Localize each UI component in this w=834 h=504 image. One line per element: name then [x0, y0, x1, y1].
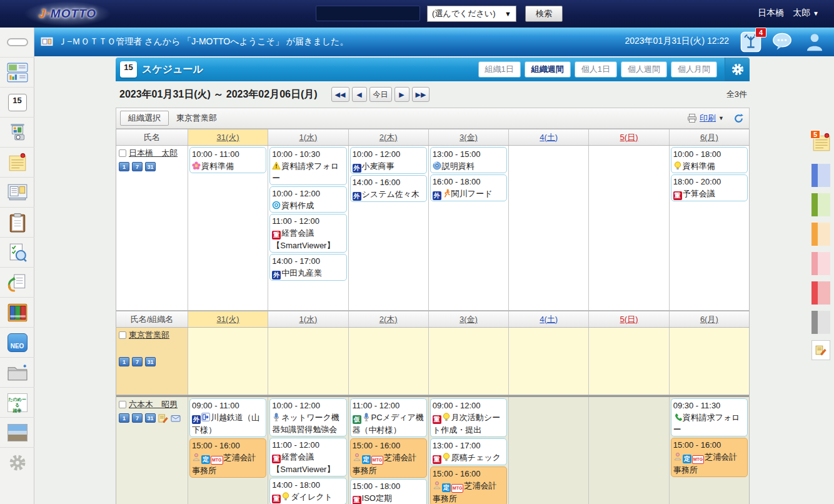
- member-name-link[interactable]: 日本橋 太郎: [129, 148, 178, 158]
- month-calendar-icon[interactable]: 31: [145, 357, 156, 366]
- first-week-button[interactable]: ◀◀: [331, 87, 349, 102]
- org-select-button[interactable]: 組織選択: [120, 111, 169, 126]
- day-header-link[interactable]: 2(木): [379, 132, 398, 143]
- user-menu[interactable]: 日本橋 太郎 ▼: [758, 8, 819, 19]
- day-calendar-icon[interactable]: 1: [119, 357, 129, 366]
- day-cell[interactable]: 13:00 - 15:00説明資料16:00 - 18:00外関川フード: [429, 146, 509, 310]
- member-name-link[interactable]: 六本木 昭男: [129, 400, 178, 409]
- day-cell[interactable]: [589, 397, 669, 504]
- view-org-day-button[interactable]: 組織1日: [478, 61, 521, 78]
- day-cell[interactable]: [509, 397, 589, 504]
- event-card[interactable]: 15:00 - 16:00定MTG芝浦会計事務所: [430, 466, 507, 504]
- day-calendar-icon[interactable]: 1: [119, 413, 129, 423]
- day-cell[interactable]: [188, 328, 268, 395]
- event-card[interactable]: 11:00 - 12:00仮PCメディア機器（中村様）: [350, 398, 427, 437]
- sidebar-item-portal[interactable]: [0, 58, 34, 88]
- member-checkbox[interactable]: [119, 149, 126, 157]
- event-card[interactable]: 10:00 - 18:00資料準備: [671, 147, 748, 173]
- day-header-link[interactable]: 6(月): [700, 314, 718, 325]
- label-green[interactable]: [811, 193, 830, 216]
- event-card[interactable]: 10:00 - 11:00資料準備: [189, 147, 266, 173]
- label-gray[interactable]: [811, 311, 830, 334]
- sidebar-item-neo[interactable]: NEO: [0, 328, 34, 358]
- month-calendar-icon[interactable]: 31: [145, 413, 156, 423]
- day-cell[interactable]: 09:00 - 11:00外川越鉄道（山下様）15:00 - 16:00定MTG…: [188, 397, 268, 504]
- event-card[interactable]: 15:00 - 16:00定MTG芝浦会計事務所: [189, 438, 266, 478]
- day-cell[interactable]: 10:00 - 12:00ネットワーク機器知識習得勉強会11:00 - 12:0…: [268, 397, 348, 504]
- day-cell[interactable]: [589, 146, 669, 310]
- view-org-week-button[interactable]: 組織週間: [525, 61, 571, 78]
- event-card[interactable]: 14:00 - 18:00重ダイレクト: [269, 478, 346, 504]
- sidebar-item-photo-service[interactable]: [0, 418, 34, 448]
- presence-user-icon[interactable]: [804, 31, 825, 53]
- day-header-link[interactable]: 3(金): [460, 132, 478, 143]
- label-orange[interactable]: [811, 223, 830, 246]
- sidebar-item-schedule[interactable]: 15: [0, 88, 34, 118]
- day-header-link[interactable]: 6(月): [700, 132, 718, 143]
- day-header-link[interactable]: 31(火): [217, 314, 239, 325]
- day-header-link[interactable]: 5(日): [620, 132, 638, 143]
- jmotto-logo[interactable]: J·MOTTO: [24, 1, 111, 26]
- member-name-link[interactable]: 東京営業部: [129, 330, 169, 340]
- mail-icon[interactable]: [171, 413, 181, 423]
- day-cell[interactable]: [509, 146, 589, 310]
- notification-message[interactable]: Ｊ−ＭＯＴＴＯ管理者 さんから 「J-MOTTOへようこそ」 が届きました。: [58, 36, 348, 48]
- week-calendar-icon[interactable]: 7: [132, 162, 143, 171]
- day-header-link[interactable]: 1(水): [299, 314, 317, 325]
- sidebar-item-document-management[interactable]: [0, 298, 34, 328]
- next-week-button[interactable]: ▶: [394, 87, 409, 102]
- event-card[interactable]: 15:00 - 16:00定MTG芝浦会計事務所: [350, 438, 427, 478]
- print-link[interactable]: 印刷: [700, 113, 716, 124]
- sidebar-item-bulletin-board[interactable]: [0, 178, 34, 208]
- schedule-settings-button[interactable]: [725, 58, 750, 81]
- event-card[interactable]: 13:00 - 15:00説明資料: [430, 147, 507, 173]
- day-cell[interactable]: [268, 328, 348, 395]
- event-card[interactable]: 10:00 - 10:30資料請求フォロー: [269, 147, 346, 185]
- day-header-link[interactable]: 4(土): [540, 132, 558, 143]
- event-card[interactable]: 11:00 - 12:00重経営会議【SmartViewer】: [269, 214, 346, 253]
- sidebar-item-settings[interactable]: [0, 448, 34, 478]
- member-checkbox[interactable]: [119, 331, 126, 339]
- day-header-link[interactable]: 3(金): [460, 314, 478, 325]
- search-scope-select[interactable]: (選んでください) ▼: [427, 6, 516, 22]
- day-cell[interactable]: 10:00 - 10:30資料請求フォロー10:00 - 12:00資料作成11…: [268, 146, 348, 310]
- view-personal-month-button[interactable]: 個人月間: [671, 61, 717, 78]
- event-card[interactable]: 10:00 - 12:00資料作成: [269, 186, 346, 213]
- sidebar-collapse-button[interactable]: [0, 28, 34, 58]
- event-card[interactable]: 09:00 - 11:00外川越鉄道（山下様）: [189, 398, 266, 437]
- month-calendar-icon[interactable]: 31: [145, 162, 156, 171]
- day-calendar-icon[interactable]: 1: [119, 162, 129, 171]
- event-card[interactable]: 13:00 - 17:00重原稿チェック: [430, 438, 507, 465]
- day-cell[interactable]: [589, 328, 669, 395]
- day-cell[interactable]: 10:00 - 18:00資料準備18:00 - 20:00重予算会議: [670, 146, 749, 310]
- infocast-icon[interactable]: 4: [740, 31, 761, 53]
- rail-memo-button[interactable]: 5: [811, 133, 831, 158]
- prev-week-button[interactable]: ◀: [352, 87, 367, 102]
- event-card[interactable]: 14:00 - 16:00外システム佐々木: [350, 175, 427, 202]
- day-cell[interactable]: [670, 328, 749, 395]
- view-personal-week-button[interactable]: 個人週間: [621, 61, 667, 78]
- global-search-input[interactable]: [316, 6, 420, 21]
- event-card[interactable]: 09:30 - 11:30資料請求フォロー: [671, 398, 748, 436]
- sidebar-item-document[interactable]: [0, 208, 34, 238]
- sidebar-item-survey[interactable]: [0, 238, 34, 268]
- day-cell[interactable]: [349, 328, 429, 395]
- week-calendar-icon[interactable]: 7: [132, 357, 143, 366]
- event-card[interactable]: 10:00 - 12:00ネットワーク機器知識習得勉強会: [269, 398, 346, 436]
- memo-edit-icon[interactable]: [158, 413, 168, 423]
- search-button[interactable]: 検索: [525, 6, 563, 22]
- member-checkbox[interactable]: [119, 401, 126, 408]
- day-header-link[interactable]: 5(日): [620, 314, 638, 325]
- sidebar-item-memo[interactable]: [0, 148, 34, 178]
- day-cell[interactable]: 10:00 - 12:00外小麦商事14:00 - 16:00外システム佐々木: [349, 146, 429, 310]
- sidebar-item-web-meeting[interactable]: [0, 118, 34, 148]
- event-card[interactable]: 15:00 - 18:00重ISO定期: [350, 479, 427, 504]
- rail-edit-label-button[interactable]: [811, 340, 830, 360]
- day-cell[interactable]: [429, 328, 509, 395]
- label-red[interactable]: [811, 281, 830, 305]
- event-card[interactable]: 11:00 - 12:00重経営会議【SmartViewer】: [269, 438, 346, 476]
- day-cell[interactable]: 09:00 - 12:00重月次活動シート作成・提出13:00 - 17:00重…: [429, 397, 509, 504]
- today-button[interactable]: 今日: [369, 87, 392, 102]
- event-card[interactable]: 16:00 - 18:00外関川フード: [430, 174, 507, 201]
- refresh-icon[interactable]: [733, 113, 744, 124]
